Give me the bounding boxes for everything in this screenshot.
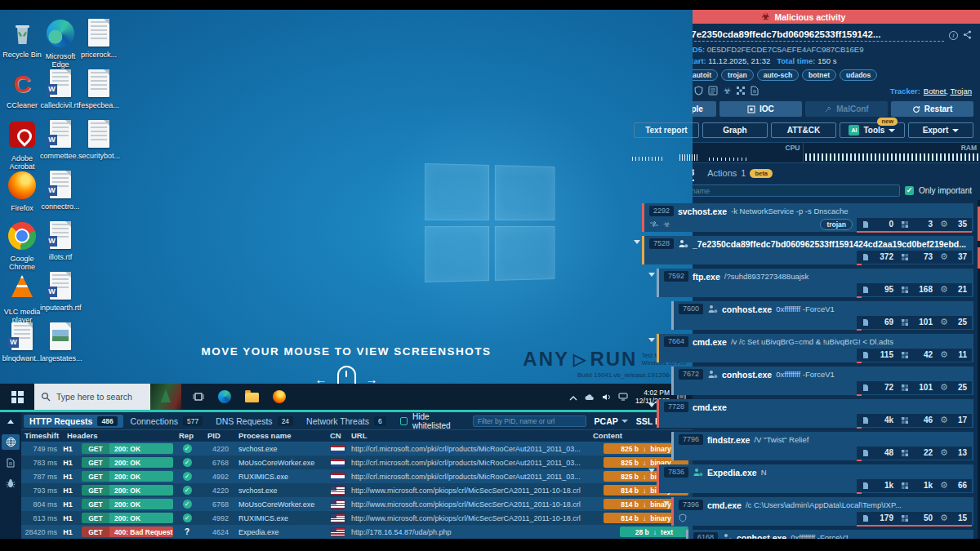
net-tab-http-requests[interactable]: HTTP Requests486	[24, 415, 123, 428]
process-row-7600[interactable]: 7600conhost.exe0xffffffff -ForceV169101⚙…	[662, 301, 973, 330]
desktop-icon-recycle[interactable]: Recycle Bin	[2, 18, 42, 59]
collapse-panel-button[interactable]	[2, 414, 20, 429]
desktop-icon-ccleaner[interactable]: CCCleaner	[2, 69, 42, 109]
info-icon[interactable]: i	[949, 31, 958, 40]
volume-icon[interactable]	[602, 389, 611, 404]
process-row-6168[interactable]: 6168conhost.exe0xffffffff -ForceV1	[676, 530, 973, 539]
net-tab-dns-requests[interactable]: DNS Requests24	[210, 415, 299, 428]
desktop-icon-worddoc[interactable]: Winputearth.rtf	[40, 271, 81, 312]
collapse-arrow-icon[interactable]	[662, 497, 671, 526]
process-card[interactable]: 2292svchost.exe-k NetworkService -p -s D…	[642, 203, 973, 232]
process-row-7796[interactable]: 7796findstr.exe/V "Twist" Relief4822⚙13	[662, 432, 973, 460]
http-request-row[interactable]: 749 msH1GET200: OK✓4220svchost.exehttp:/…	[21, 442, 693, 455]
collapse-arrow-icon[interactable]	[647, 399, 657, 428]
process-card[interactable]: 7592ftp.exe/?suhd8937273488uajsk95168⚙21	[657, 269, 973, 297]
search-highlight-image[interactable]	[150, 384, 181, 410]
ai-tools-button[interactable]: new AI Tools	[840, 122, 905, 138]
process-row-7592[interactable]: 7592ftp.exe/?suhd8937273488uajsk95168⚙21	[647, 269, 973, 297]
tab-actions[interactable]: Actions1beta	[707, 168, 773, 180]
process-row-7728[interactable]: 7728cmd.exe4k46⚙17	[647, 399, 973, 428]
graph-button[interactable]: Graph	[702, 122, 768, 138]
sample-name[interactable]: _7e2350cda89ffedc7bd060962533ff159142...	[686, 29, 944, 42]
file-explorer-icon[interactable]	[245, 393, 259, 402]
tag-botnet[interactable]: botnet	[802, 69, 836, 81]
tracker-link-trojan[interactable]: Trojan	[950, 87, 972, 96]
process-row-2292[interactable]: 2292svchost.exe-k NetworkService -p -s D…	[632, 203, 973, 232]
desktop-icon-chrome[interactable]: Google Chrome	[2, 220, 42, 271]
url-cell: http://crl.microsoft.com/pki/crl/product…	[351, 445, 593, 453]
ioc-button[interactable]: IOC	[719, 101, 802, 117]
start-button[interactable]	[0, 384, 34, 410]
only-important-checkbox[interactable]: ✓	[905, 186, 914, 195]
biohazard-icon[interactable]: ☣	[723, 87, 731, 96]
collapse-arrow-icon[interactable]	[647, 464, 657, 493]
tray-expand-icon[interactable]	[569, 389, 577, 404]
net-tab-network-threats[interactable]: Network Threats6	[301, 415, 392, 428]
http-request-row[interactable]: 793 msH1GET200: OK✓4220svchost.exehttp:/…	[21, 483, 693, 497]
counter-value: 35	[952, 220, 967, 229]
counter-value: 17	[952, 415, 967, 424]
process-pid: 7672	[679, 369, 703, 380]
malconf-button[interactable]: MalConf	[805, 101, 888, 117]
process-card[interactable]: 7728cmd.exe4k46⚙17	[657, 399, 973, 428]
task-view-button[interactable]	[193, 392, 204, 402]
share-icon[interactable]	[963, 28, 972, 42]
search-input[interactable]	[56, 392, 142, 402]
http-request-row[interactable]: 813 msH1GET200: OK✓4992RUXIMICS.exehttp:…	[21, 511, 693, 525]
shield-icon[interactable]	[694, 86, 703, 96]
net-tab-connections[interactable]: Connections577	[125, 415, 209, 428]
desktop-icon-textdoc[interactable]: respecbea...	[78, 69, 119, 109]
process-card[interactable]: 7672conhost.exe0xffffffff -ForceV172101⚙…	[671, 367, 973, 395]
tag-udados[interactable]: udados	[840, 69, 877, 81]
process-row-7672[interactable]: 7672conhost.exe0xffffffff -ForceV172101⚙…	[662, 367, 973, 395]
tracker-link-botnet[interactable]: Botnet	[924, 87, 946, 96]
tasklist-icon[interactable]	[708, 86, 718, 96]
process-card[interactable]: 7664cmd.exe/v /c Set uBivqBrG=cmd & !uBi…	[657, 334, 973, 362]
network-filter-input[interactable]	[473, 415, 586, 427]
hide-whitelisted-checkbox[interactable]	[400, 417, 408, 425]
desktop-icon-textdoc[interactable]: securitybot...	[78, 119, 119, 160]
process-card[interactable]: 7836Expedia.exeN1k1k⚙66	[657, 464, 973, 493]
process-card[interactable]: 7528_7e2350cda89ffedc7bd060962533ff15914…	[642, 236, 973, 264]
http-request-row[interactable]: 783 msH1GET200: OK✓6768MoUsoCoreWorker.e…	[21, 455, 693, 469]
desktop-icon-acrobat[interactable]: Adobe Acrobat	[2, 119, 42, 171]
collapse-arrow-icon[interactable]	[647, 269, 657, 297]
edge-taskbar-icon[interactable]	[218, 390, 231, 403]
desktop-icon-worddoc[interactable]: Wcalledcivil.rtf	[40, 69, 81, 109]
desktop-icon-worddoc[interactable]: Willots.rtf	[40, 220, 81, 261]
tag-trojan[interactable]: trojan	[721, 69, 754, 81]
text-report-button[interactable]: Text report	[634, 122, 699, 138]
report-icon[interactable]	[751, 86, 759, 96]
process-card[interactable]: 7796findstr.exe/V "Twist" Relief4822⚙13	[671, 432, 973, 460]
desktop-icon-vlc[interactable]: VLC media player	[2, 271, 42, 324]
process-row-7836[interactable]: 7836Expedia.exeN1k1k⚙66	[647, 464, 973, 493]
process-card[interactable]: 6168conhost.exe0xffffffff -ForceV1	[686, 530, 973, 539]
http-request-row[interactable]: 787 msH1GET200: OK✓4992RUXIMICS.exehttp:…	[21, 469, 693, 483]
taskbar-search[interactable]	[34, 384, 181, 410]
onedrive-icon[interactable]	[585, 389, 595, 404]
http-request-row[interactable]: 804 msH1GET200: OK✓6768MoUsoCoreWorker.e…	[21, 497, 693, 511]
desktop-icon-worddoc[interactable]: Wconnectro...	[40, 170, 81, 211]
attack-button[interactable]: ATT&CK	[771, 122, 836, 138]
collapse-arrow-icon[interactable]	[632, 236, 642, 264]
desktop-icon-textdoc[interactable]: pricerock...	[78, 18, 119, 59]
files-tab-icon[interactable]	[2, 455, 20, 470]
pcap-dropdown[interactable]: PCAP	[595, 416, 628, 426]
network-tab-icon[interactable]	[2, 434, 20, 450]
desktop-icon-firefox[interactable]: Firefox	[2, 170, 42, 212]
process-card[interactable]: 7396cmd.exe/c C:\Users\admin\AppData\Loc…	[671, 497, 973, 526]
firefox-taskbar-icon[interactable]	[273, 390, 286, 403]
http-request-row[interactable]: 28420 msH1GET400: Bad Request?4624Expedi…	[21, 525, 693, 539]
matrix-icon[interactable]	[736, 86, 746, 96]
debug-tab-icon[interactable]	[2, 475, 20, 491]
collapse-arrow-icon[interactable]	[647, 334, 657, 362]
process-row-7396[interactable]: 7396cmd.exe/c C:\Users\admin\AppData\Loc…	[662, 497, 973, 526]
process-card[interactable]: 7600conhost.exe0xffffffff -ForceV169101⚙…	[671, 301, 973, 330]
desktop-icon-edge[interactable]: Microsoft Edge	[40, 18, 81, 69]
restart-button[interactable]: Restart	[891, 101, 973, 117]
process-row-7664[interactable]: 7664cmd.exe/v /c Set uBivqBrG=cmd & !uBi…	[647, 334, 973, 362]
tag-auto-sch[interactable]: auto-sch	[757, 69, 799, 81]
desktop-icon-worddoc[interactable]: Wcommettee...	[40, 119, 81, 160]
process-row-7528[interactable]: 7528_7e2350cda89ffedc7bd060962533ff15914…	[632, 236, 973, 264]
export-button[interactable]: Export	[908, 122, 973, 138]
